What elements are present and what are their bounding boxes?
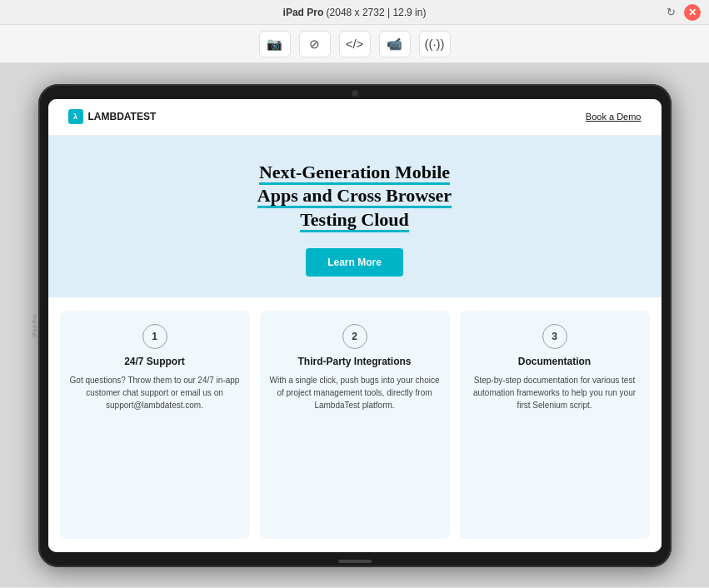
network-tool-button[interactable]: ((·)) [419, 31, 451, 57]
card-number-3: 3 [542, 324, 567, 349]
code-tool-button[interactable]: </> [339, 31, 371, 57]
card-title-3: Documentation [518, 356, 591, 367]
card-desc-2: With a single click, push bugs into your… [270, 374, 440, 411]
top-bar-controls: ↻ ✕ [662, 4, 701, 21]
device-side-label: iPad Pro [31, 314, 37, 336]
card-title-2: Third-Party Integrations [297, 356, 411, 367]
device-title: iPad Pro (2048 x 2732 | 12.9 in) [283, 7, 427, 18]
learn-more-button[interactable]: Learn More [306, 248, 403, 277]
camera-tool-button[interactable]: 📷 [259, 31, 291, 57]
cards-section: 1 24/7 Support Got questions? Throw them… [48, 297, 662, 551]
record-tool-button[interactable]: 📹 [379, 31, 411, 57]
logo: λ LAMBDATEST [68, 109, 157, 124]
home-indicator [338, 560, 372, 563]
card-desc-1: Got questions? Throw them to our 24/7 in… [70, 374, 240, 411]
card-documentation: 3 Documentation Step-by-step documentati… [460, 311, 650, 538]
inspector-tool-button[interactable]: ⊘ [299, 31, 331, 57]
device-area: iPad Pro λ LAMBDATEST Book a Demo Next-G… [0, 63, 709, 587]
card-number-2: 2 [342, 324, 367, 349]
logo-icon: λ [68, 109, 83, 124]
top-bar: iPad Pro (2048 x 2732 | 12.9 in) ↻ ✕ [0, 0, 709, 25]
ipad-frame: iPad Pro λ LAMBDATEST Book a Demo Next-G… [38, 84, 672, 567]
camera-notch [352, 90, 358, 97]
logo-text: LAMBDATEST [88, 111, 157, 122]
refresh-button[interactable]: ↻ [662, 4, 679, 21]
hero-title-underline: Testing Cloud [300, 209, 409, 232]
ipad-screen: λ LAMBDATEST Book a Demo Next-Generation… [48, 99, 662, 552]
toolbar: 📷 ⊘ </> 📹 ((·)) [0, 25, 709, 63]
hero-title: Next-Generation Mobile Apps and Cross Br… [188, 161, 522, 232]
card-number-1: 1 [142, 324, 167, 349]
site-nav: λ LAMBDATEST Book a Demo [48, 99, 662, 136]
hero-section: Next-Generation Mobile Apps and Cross Br… [48, 136, 662, 298]
book-demo-link[interactable]: Book a Demo [586, 112, 642, 122]
card-support: 1 24/7 Support Got questions? Throw them… [60, 311, 250, 538]
card-desc-3: Step-by-step documentation for various t… [470, 374, 640, 411]
card-title-1: 24/7 Support [124, 356, 185, 367]
close-button[interactable]: ✕ [684, 4, 701, 21]
card-integrations: 2 Third-Party Integrations With a single… [260, 311, 450, 538]
